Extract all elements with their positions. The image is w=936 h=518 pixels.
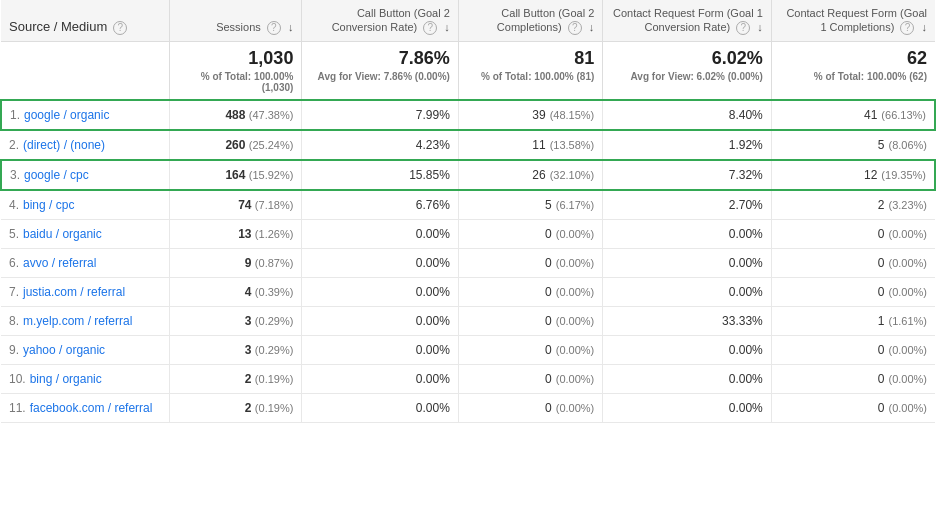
- cb-comp-value: 0: [545, 314, 552, 328]
- summary-cb-rate-main: 7.86%: [310, 48, 449, 69]
- cr-comp-header: Contact Request Form (Goal 1 Completions…: [771, 0, 935, 42]
- analytics-table: Source / Medium ? Sessions ? ↓ Call Butt…: [0, 0, 936, 423]
- sessions-help-icon[interactable]: ?: [267, 21, 281, 35]
- source-link[interactable]: bing / organic: [30, 372, 102, 386]
- cr-comp-cell: 12(19.35%): [771, 160, 935, 190]
- cr-rate-cell: 0.00%: [603, 249, 772, 278]
- cb-comp-pct: (0.00%): [556, 373, 595, 385]
- cb-rate-help-icon[interactable]: ?: [423, 21, 437, 35]
- cb-comp-cell: 39(48.15%): [458, 100, 602, 130]
- cb-rate-value: 15.85%: [409, 168, 450, 182]
- summary-cr-comp-sub: % of Total: 100.00% (62): [780, 71, 927, 82]
- cr-comp-value: 0: [878, 256, 885, 270]
- cr-rate-sort-icon[interactable]: ↓: [757, 20, 763, 34]
- source-link[interactable]: justia.com / referral: [23, 285, 125, 299]
- row-number: 8.: [9, 314, 19, 328]
- cb-rate-cell: 0.00%: [302, 220, 458, 249]
- summary-row: 1,030 % of Total: 100.00% (1,030) 7.86% …: [1, 42, 935, 101]
- summary-source-cell: [1, 42, 170, 101]
- table-row: 4.bing / cpc74 (7.18%)6.76%5(6.17%)2.70%…: [1, 190, 935, 220]
- summary-sessions-main: 1,030: [178, 48, 293, 69]
- source-medium-header: Source / Medium ?: [1, 0, 170, 42]
- cr-comp-pct: (1.61%): [888, 315, 927, 327]
- cr-rate-cell: 0.00%: [603, 394, 772, 423]
- source-link[interactable]: yahoo / organic: [23, 343, 105, 357]
- cb-comp-sort-icon[interactable]: ↓: [589, 20, 595, 34]
- cr-comp-cell: 0(0.00%): [771, 394, 935, 423]
- cr-comp-cell: 1(1.61%): [771, 307, 935, 336]
- table-row: 3.google / cpc164 (15.92%)15.85%26(32.10…: [1, 160, 935, 190]
- cb-rate-sort-icon[interactable]: ↓: [444, 20, 450, 34]
- cr-rate-help-icon[interactable]: ?: [736, 21, 750, 35]
- table-row: 7.justia.com / referral4 (0.39%)0.00%0(0…: [1, 278, 935, 307]
- sessions-sort-icon[interactable]: ↓: [288, 20, 294, 34]
- column-headers-row: Source / Medium ? Sessions ? ↓ Call Butt…: [1, 0, 935, 42]
- sessions-value: 488: [225, 108, 245, 122]
- source-medium-help-icon[interactable]: ?: [113, 21, 127, 35]
- sessions-cell: 74 (7.18%): [170, 190, 302, 220]
- cr-comp-pct: (0.00%): [888, 286, 927, 298]
- cr-rate-value: 1.92%: [729, 138, 763, 152]
- table-row: 1.google / organic488 (47.38%)7.99%39(48…: [1, 100, 935, 130]
- sessions-value: 3: [245, 343, 252, 357]
- cb-comp-help-icon[interactable]: ?: [568, 21, 582, 35]
- cb-rate-cell: 6.76%: [302, 190, 458, 220]
- cb-comp-value: 39: [532, 108, 545, 122]
- source-cell: 6.avvo / referral: [1, 249, 170, 278]
- source-link[interactable]: google / cpc: [24, 168, 89, 182]
- cr-rate-cell: 0.00%: [603, 220, 772, 249]
- source-link[interactable]: m.yelp.com / referral: [23, 314, 132, 328]
- sessions-cell: 488 (47.38%): [170, 100, 302, 130]
- source-link[interactable]: (direct) / (none): [23, 138, 105, 152]
- cr-rate-value: 0.00%: [729, 372, 763, 386]
- cb-comp-pct: (0.00%): [556, 315, 595, 327]
- sessions-label: Sessions: [216, 21, 261, 33]
- cr-comp-cell: 5(8.06%): [771, 130, 935, 160]
- table-row: 9.yahoo / organic3 (0.29%)0.00%0(0.00%)0…: [1, 336, 935, 365]
- sessions-cell: 13 (1.26%): [170, 220, 302, 249]
- cr-rate-value: 0.00%: [729, 401, 763, 415]
- source-link[interactable]: facebook.com / referral: [30, 401, 153, 415]
- source-link[interactable]: bing / cpc: [23, 198, 74, 212]
- cb-comp-cell: 5(6.17%): [458, 190, 602, 220]
- table-row: 11.facebook.com / referral2 (0.19%)0.00%…: [1, 394, 935, 423]
- cb-comp-value: 5: [545, 198, 552, 212]
- source-link[interactable]: avvo / referral: [23, 256, 96, 270]
- cr-comp-cell: 0(0.00%): [771, 249, 935, 278]
- cb-rate-cell: 0.00%: [302, 249, 458, 278]
- cb-rate-value: 6.76%: [416, 198, 450, 212]
- cr-rate-cell: 8.40%: [603, 100, 772, 130]
- source-cell: 4.bing / cpc: [1, 190, 170, 220]
- sessions-pct: (47.38%): [249, 109, 294, 121]
- cb-rate-value: 7.99%: [416, 108, 450, 122]
- sessions-pct: (0.87%): [255, 257, 294, 269]
- cb-rate-cell: 0.00%: [302, 278, 458, 307]
- sessions-value: 3: [245, 314, 252, 328]
- cb-rate-cell: 0.00%: [302, 336, 458, 365]
- sessions-pct: (0.29%): [255, 315, 294, 327]
- table-row: 8.m.yelp.com / referral3 (0.29%)0.00%0(0…: [1, 307, 935, 336]
- cr-comp-pct: (8.06%): [888, 139, 927, 151]
- table-row: 2.(direct) / (none)260 (25.24%)4.23%11(1…: [1, 130, 935, 160]
- cr-comp-cell: 0(0.00%): [771, 336, 935, 365]
- sessions-cell: 9 (0.87%): [170, 249, 302, 278]
- cb-rate-cell: 0.00%: [302, 394, 458, 423]
- source-cell: 11.facebook.com / referral: [1, 394, 170, 423]
- cb-rate-cell: 15.85%: [302, 160, 458, 190]
- cr-comp-help-icon[interactable]: ?: [900, 21, 914, 35]
- cb-rate-cell: 4.23%: [302, 130, 458, 160]
- cb-comp-pct: (0.00%): [556, 228, 595, 240]
- table-row: 5.baidu / organic13 (1.26%)0.00%0(0.00%)…: [1, 220, 935, 249]
- source-cell: 1.google / organic: [1, 100, 170, 130]
- cb-rate-value: 0.00%: [416, 343, 450, 357]
- summary-cb-rate-sub: Avg for View: 7.86% (0.00%): [310, 71, 449, 82]
- cr-comp-cell: 0(0.00%): [771, 365, 935, 394]
- cr-comp-sort-icon[interactable]: ↓: [922, 20, 928, 34]
- row-number: 11.: [9, 401, 26, 415]
- sessions-value: 74: [238, 198, 251, 212]
- source-link[interactable]: google / organic: [24, 108, 109, 122]
- cb-rate-cell: 0.00%: [302, 365, 458, 394]
- cr-comp-value: 5: [878, 138, 885, 152]
- source-link[interactable]: baidu / organic: [23, 227, 102, 241]
- cr-rate-value: 33.33%: [722, 314, 763, 328]
